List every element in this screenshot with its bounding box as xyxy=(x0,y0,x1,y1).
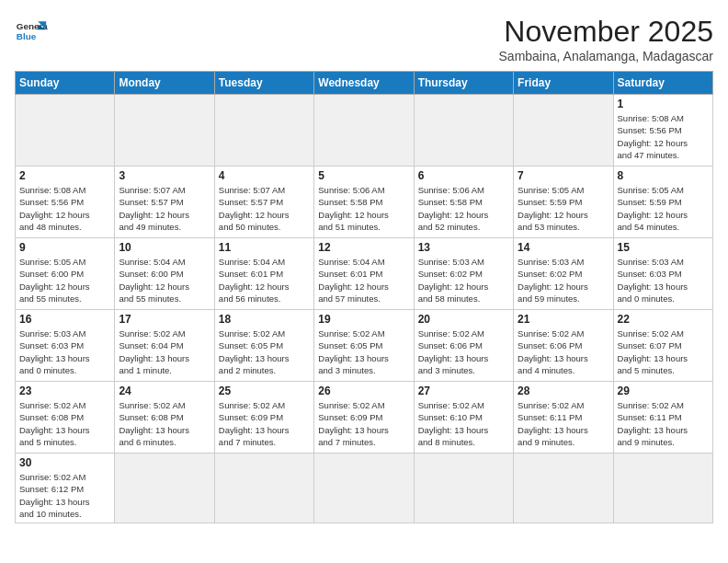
calendar-cell: 4Sunrise: 5:07 AM Sunset: 5:57 PM Daylig… xyxy=(214,167,313,238)
col-header-sunday: Sunday xyxy=(16,72,115,95)
calendar-cell xyxy=(16,95,115,167)
day-info: Sunrise: 5:02 AM Sunset: 6:11 PM Dayligh… xyxy=(518,399,609,448)
day-number: 6 xyxy=(418,169,509,182)
day-number: 13 xyxy=(418,241,509,254)
svg-text:Blue: Blue xyxy=(17,31,37,41)
day-number: 8 xyxy=(618,169,709,182)
day-number: 19 xyxy=(318,313,409,326)
calendar-cell: 18Sunrise: 5:02 AM Sunset: 6:05 PM Dayli… xyxy=(214,310,313,382)
calendar-cell: 6Sunrise: 5:06 AM Sunset: 5:58 PM Daylig… xyxy=(414,167,513,238)
page-header: General Blue General Blue November 2025 … xyxy=(15,15,713,63)
month-title: November 2025 xyxy=(499,15,713,49)
calendar-body: 1Sunrise: 5:08 AM Sunset: 5:56 PM Daylig… xyxy=(16,95,713,523)
calendar-cell: 8Sunrise: 5:05 AM Sunset: 5:59 PM Daylig… xyxy=(613,167,712,238)
day-info: Sunrise: 5:02 AM Sunset: 6:05 PM Dayligh… xyxy=(219,327,310,376)
day-number: 23 xyxy=(19,385,110,397)
calendar-cell: 9Sunrise: 5:05 AM Sunset: 6:00 PM Daylig… xyxy=(16,238,115,310)
day-number: 22 xyxy=(618,313,709,326)
day-number: 4 xyxy=(219,169,310,182)
calendar-cell: 27Sunrise: 5:02 AM Sunset: 6:10 PM Dayli… xyxy=(414,382,513,454)
day-number: 25 xyxy=(219,385,310,397)
day-info: Sunrise: 5:08 AM Sunset: 5:56 PM Dayligh… xyxy=(618,112,709,161)
calendar-cell: 17Sunrise: 5:02 AM Sunset: 6:04 PM Dayli… xyxy=(115,310,214,382)
day-number: 27 xyxy=(418,385,509,397)
calendar-week-3: 9Sunrise: 5:05 AM Sunset: 6:00 PM Daylig… xyxy=(16,238,713,310)
calendar-cell: 23Sunrise: 5:02 AM Sunset: 6:08 PM Dayli… xyxy=(16,382,115,454)
calendar-week-1: 1Sunrise: 5:08 AM Sunset: 5:56 PM Daylig… xyxy=(16,95,713,167)
day-number: 29 xyxy=(618,385,709,397)
day-number: 18 xyxy=(219,313,310,326)
calendar-cell xyxy=(613,454,712,523)
calendar-cell: 12Sunrise: 5:04 AM Sunset: 6:01 PM Dayli… xyxy=(314,238,414,310)
day-info: Sunrise: 5:02 AM Sunset: 6:05 PM Dayligh… xyxy=(318,327,409,376)
col-header-tuesday: Tuesday xyxy=(214,72,313,95)
calendar-cell: 29Sunrise: 5:02 AM Sunset: 6:11 PM Dayli… xyxy=(613,382,712,454)
day-number: 14 xyxy=(518,241,609,254)
day-number: 15 xyxy=(618,241,709,254)
calendar-header: SundayMondayTuesdayWednesdayThursdayFrid… xyxy=(16,72,713,95)
calendar-cell xyxy=(414,454,513,523)
calendar-cell: 13Sunrise: 5:03 AM Sunset: 6:02 PM Dayli… xyxy=(414,238,513,310)
calendar-cell xyxy=(514,95,613,167)
day-info: Sunrise: 5:02 AM Sunset: 6:07 PM Dayligh… xyxy=(618,327,709,376)
calendar-cell xyxy=(115,95,214,167)
day-info: Sunrise: 5:03 AM Sunset: 6:02 PM Dayligh… xyxy=(418,256,509,304)
day-info: Sunrise: 5:04 AM Sunset: 6:00 PM Dayligh… xyxy=(119,256,210,304)
day-info: Sunrise: 5:04 AM Sunset: 6:01 PM Dayligh… xyxy=(219,256,310,304)
day-info: Sunrise: 5:02 AM Sunset: 6:08 PM Dayligh… xyxy=(119,399,210,448)
day-info: Sunrise: 5:02 AM Sunset: 6:09 PM Dayligh… xyxy=(219,399,310,448)
day-info: Sunrise: 5:05 AM Sunset: 5:59 PM Dayligh… xyxy=(618,184,709,233)
day-info: Sunrise: 5:07 AM Sunset: 5:57 PM Dayligh… xyxy=(219,184,310,233)
day-number: 7 xyxy=(518,169,609,182)
day-number: 24 xyxy=(119,385,210,397)
day-info: Sunrise: 5:02 AM Sunset: 6:08 PM Dayligh… xyxy=(19,399,110,448)
day-info: Sunrise: 5:06 AM Sunset: 5:58 PM Dayligh… xyxy=(318,184,409,233)
day-number: 17 xyxy=(119,313,210,326)
day-number: 26 xyxy=(318,385,409,397)
day-info: Sunrise: 5:02 AM Sunset: 6:04 PM Dayligh… xyxy=(119,327,210,376)
calendar-cell: 7Sunrise: 5:05 AM Sunset: 5:59 PM Daylig… xyxy=(514,167,613,238)
day-info: Sunrise: 5:05 AM Sunset: 5:59 PM Dayligh… xyxy=(518,184,609,233)
calendar-cell: 3Sunrise: 5:07 AM Sunset: 5:57 PM Daylig… xyxy=(115,167,214,238)
title-block: November 2025 Sambaina, Analamanga, Mada… xyxy=(499,15,713,63)
calendar-cell xyxy=(314,454,414,523)
calendar-cell: 19Sunrise: 5:02 AM Sunset: 6:05 PM Dayli… xyxy=(314,310,414,382)
calendar-cell: 1Sunrise: 5:08 AM Sunset: 5:56 PM Daylig… xyxy=(613,95,712,167)
day-info: Sunrise: 5:08 AM Sunset: 5:56 PM Dayligh… xyxy=(19,184,110,233)
day-info: Sunrise: 5:03 AM Sunset: 6:03 PM Dayligh… xyxy=(618,256,709,304)
day-number: 21 xyxy=(518,313,609,326)
day-info: Sunrise: 5:02 AM Sunset: 6:12 PM Dayligh… xyxy=(19,471,110,520)
day-number: 3 xyxy=(119,169,210,182)
col-header-wednesday: Wednesday xyxy=(314,72,414,95)
col-header-thursday: Thursday xyxy=(414,72,513,95)
calendar-cell: 26Sunrise: 5:02 AM Sunset: 6:09 PM Dayli… xyxy=(314,382,414,454)
day-number: 2 xyxy=(19,169,110,182)
calendar-cell: 5Sunrise: 5:06 AM Sunset: 5:58 PM Daylig… xyxy=(314,167,414,238)
day-number: 1 xyxy=(618,98,709,110)
calendar-week-2: 2Sunrise: 5:08 AM Sunset: 5:56 PM Daylig… xyxy=(16,167,713,238)
calendar-cell: 25Sunrise: 5:02 AM Sunset: 6:09 PM Dayli… xyxy=(214,382,313,454)
calendar-cell: 22Sunrise: 5:02 AM Sunset: 6:07 PM Dayli… xyxy=(613,310,712,382)
calendar-cell xyxy=(214,454,313,523)
calendar-cell: 24Sunrise: 5:02 AM Sunset: 6:08 PM Dayli… xyxy=(115,382,214,454)
day-info: Sunrise: 5:02 AM Sunset: 6:06 PM Dayligh… xyxy=(418,327,509,376)
day-number: 10 xyxy=(119,241,210,254)
logo: General Blue General Blue xyxy=(15,15,48,48)
day-number: 5 xyxy=(318,169,409,182)
calendar-cell: 15Sunrise: 5:03 AM Sunset: 6:03 PM Dayli… xyxy=(613,238,712,310)
day-info: Sunrise: 5:03 AM Sunset: 6:02 PM Dayligh… xyxy=(518,256,609,304)
day-number: 12 xyxy=(318,241,409,254)
calendar-cell xyxy=(115,454,214,523)
calendar-cell: 14Sunrise: 5:03 AM Sunset: 6:02 PM Dayli… xyxy=(514,238,613,310)
day-info: Sunrise: 5:06 AM Sunset: 5:58 PM Dayligh… xyxy=(418,184,509,233)
calendar-cell: 30Sunrise: 5:02 AM Sunset: 6:12 PM Dayli… xyxy=(16,454,115,523)
calendar-week-4: 16Sunrise: 5:03 AM Sunset: 6:03 PM Dayli… xyxy=(16,310,713,382)
calendar-week-5: 23Sunrise: 5:02 AM Sunset: 6:08 PM Dayli… xyxy=(16,382,713,454)
day-info: Sunrise: 5:02 AM Sunset: 6:10 PM Dayligh… xyxy=(418,399,509,448)
col-header-monday: Monday xyxy=(115,72,214,95)
calendar-cell xyxy=(514,454,613,523)
calendar-cell: 11Sunrise: 5:04 AM Sunset: 6:01 PM Dayli… xyxy=(214,238,313,310)
calendar-cell: 16Sunrise: 5:03 AM Sunset: 6:03 PM Dayli… xyxy=(16,310,115,382)
calendar-cell xyxy=(214,95,313,167)
day-info: Sunrise: 5:02 AM Sunset: 6:06 PM Dayligh… xyxy=(518,327,609,376)
